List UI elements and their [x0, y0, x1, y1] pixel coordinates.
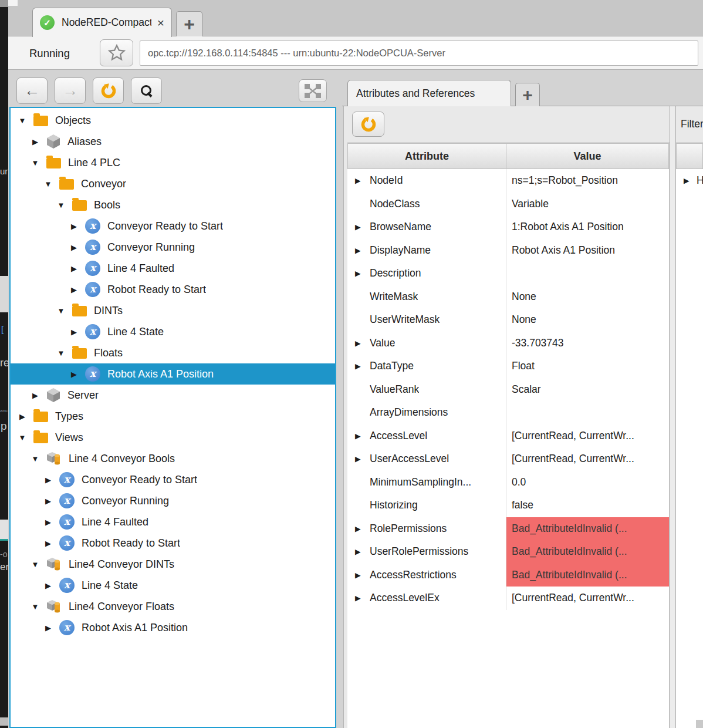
tree-item-robot-ready-to-start-view[interactable]: Robot Ready to Start [11, 532, 335, 554]
triangle-right-icon[interactable] [69, 285, 79, 294]
attribute-row-accesslevel[interactable]: AccessLevel [CurrentRead, CurrentWr... [347, 424, 669, 448]
tree-item-robot-axis-a1-position-selected[interactable]: Robot Axis A1 Position [11, 363, 335, 385]
tree-item-line-4-conveyor-bools[interactable]: Line 4 Conveyor Bools [11, 448, 335, 469]
tree-item-line-4-state[interactable]: Line 4 State [11, 321, 335, 342]
triangle-right-icon[interactable] [355, 432, 370, 440]
attribute-value[interactable]: [CurrentRead, CurrentWr... [506, 424, 669, 448]
triangle-down-icon[interactable] [43, 180, 53, 188]
column-header-value[interactable]: Value [506, 143, 669, 169]
panel-splitter[interactable] [670, 106, 676, 728]
tree-item-floats[interactable]: Floats [11, 342, 335, 363]
attribute-row-displayname[interactable]: DisplayName Robot Axis A1 Position [347, 239, 669, 262]
triangle-right-icon[interactable] [355, 362, 370, 370]
triangle-right-icon[interactable] [355, 223, 370, 231]
attribute-row-userwritemask[interactable]: UserWriteMask None [347, 308, 669, 332]
triangle-right-icon[interactable] [43, 497, 53, 505]
tree-item-bools[interactable]: Bools [11, 194, 335, 215]
attribute-row-browsename[interactable]: BrowseName 1:Robot Axis A1 Position [347, 215, 669, 239]
tree-item-robot-axis-a1-position-view[interactable]: Robot Axis A1 Position [11, 617, 335, 638]
triangle-right-icon[interactable] [355, 571, 370, 579]
refresh-attributes-button[interactable] [352, 112, 384, 137]
attribute-row-valuerank[interactable]: ValueRank Scalar [347, 378, 669, 402]
attribute-row-arraydimensions[interactable]: ArrayDimensions [347, 401, 669, 424]
tree-item-conveyor-running-view[interactable]: Conveyor Running [11, 490, 335, 511]
triangle-down-icon[interactable] [31, 454, 40, 463]
tree-item-types[interactable]: Types [11, 406, 335, 427]
triangle-right-icon[interactable] [684, 176, 697, 185]
attribute-row-accesslevelex[interactable]: AccessLevelEx [CurrentRead, CurrentWr... [347, 587, 669, 610]
triangle-right-icon[interactable] [69, 328, 79, 336]
attribute-value[interactable]: [CurrentRead, CurrentWr... [506, 447, 669, 471]
triangle-right-icon[interactable] [355, 176, 370, 185]
tree-item-aliases[interactable]: Aliases [11, 131, 335, 152]
triangle-down-icon[interactable] [18, 116, 27, 125]
triangle-right-icon[interactable] [355, 269, 370, 278]
tree-item-dints[interactable]: DINTs [11, 300, 335, 321]
tree-item-line4-conveyor-floats[interactable]: Line4 Conveyor Floats [11, 596, 335, 617]
attribute-value[interactable] [506, 401, 669, 424]
tree-item-conveyor[interactable]: Conveyor [11, 173, 335, 194]
attribute-value[interactable]: -33.703743 [506, 332, 669, 355]
tab-nodered-compact[interactable]: ✓ NodeRED-Compact × [32, 8, 172, 37]
tree-item-conveyor-running[interactable]: Conveyor Running [11, 237, 335, 258]
attribute-row-description[interactable]: Description [347, 262, 669, 285]
attribute-value[interactable]: 1:Robot Axis A1 Position [506, 215, 669, 239]
attribute-value[interactable]: [CurrentRead, CurrentWr... [506, 587, 669, 610]
triangle-right-icon[interactable] [355, 594, 370, 602]
attribute-value[interactable]: Scalar [506, 378, 669, 402]
triangle-right-icon[interactable] [31, 137, 40, 146]
attribute-value[interactable]: None [506, 308, 669, 332]
attribute-row-writemask[interactable]: WriteMask None [347, 285, 669, 309]
back-button[interactable]: ← [16, 77, 48, 104]
attribute-row-nodeid[interactable]: NodeId ns=1;s=Robot_Position [347, 169, 669, 193]
attribute-row-historizing[interactable]: Historizing false [347, 494, 669, 517]
triangle-right-icon[interactable] [43, 623, 53, 632]
attribute-value[interactable]: Float [506, 355, 669, 378]
tree-item-line4-conveyor-dints[interactable]: Line4 Conveyor DINTs [11, 554, 335, 575]
tree-item-conveyor-ready-to-start-view[interactable]: Conveyor Ready to Start [11, 469, 335, 490]
triangle-right-icon[interactable] [31, 391, 40, 400]
triangle-right-icon[interactable] [355, 547, 370, 556]
tab-attributes-and-references[interactable]: Attributes and References [347, 80, 511, 106]
search-button[interactable] [131, 77, 162, 104]
attribute-value[interactable]: None [506, 285, 669, 309]
triangle-down-icon[interactable] [31, 159, 40, 167]
endpoint-url-field[interactable]: opc.tcp://192.168.0.114:54845 --- urn:ub… [140, 41, 698, 66]
triangle-down-icon[interactable] [31, 602, 40, 611]
attribute-row-minimumsamplinginterval[interactable]: MinimumSamplingIn... 0.0 [347, 471, 669, 494]
attribute-value[interactable]: 0.0 [506, 471, 669, 494]
forward-button[interactable]: → [55, 77, 86, 104]
column-header-attribute[interactable]: Attribute [347, 143, 506, 169]
attribute-value[interactable]: ns=1;s=Robot_Position [506, 169, 669, 193]
new-connection-tab-button[interactable]: + [176, 11, 202, 37]
reference-row[interactable]: H [676, 169, 703, 193]
tree-item-conveyor-ready-to-start[interactable]: Conveyor Ready to Start [11, 215, 335, 237]
attribute-row-nodeclass[interactable]: NodeClass Variable [347, 193, 669, 216]
new-panel-tab-button[interactable]: + [515, 83, 540, 106]
attribute-value[interactable]: false [506, 494, 669, 517]
triangle-right-icon[interactable] [69, 370, 79, 379]
attribute-row-rolepermissions[interactable]: RolePermissions Bad_AttributeIdInvalid (… [347, 517, 669, 541]
triangle-right-icon[interactable] [69, 243, 79, 252]
attribute-row-value[interactable]: Value -33.703743 [347, 332, 669, 355]
attribute-row-userrolepermissions[interactable]: UserRolePermissions Bad_AttributeIdInval… [347, 540, 669, 564]
tree-item-views[interactable]: Views [11, 427, 335, 448]
tree-item-robot-ready-to-start[interactable]: Robot Ready to Start [11, 279, 335, 300]
triangle-right-icon[interactable] [355, 524, 370, 533]
triangle-down-icon[interactable] [56, 306, 66, 315]
tree-item-line-4-state-view[interactable]: Line 4 State [11, 575, 335, 596]
attribute-value-error[interactable]: Bad_AttributeIdInvalid (... [506, 564, 669, 587]
triangle-right-icon[interactable] [69, 264, 79, 273]
triangle-right-icon[interactable] [43, 476, 53, 484]
triangle-down-icon[interactable] [31, 560, 40, 569]
highlight-node-button[interactable] [299, 79, 327, 102]
triangle-down-icon[interactable] [56, 201, 66, 210]
attribute-row-datatype[interactable]: DataType Float [347, 355, 669, 378]
triangle-right-icon[interactable] [355, 454, 370, 463]
attribute-value-error[interactable]: Bad_AttributeIdInvalid (... [506, 517, 669, 541]
triangle-right-icon[interactable] [69, 222, 79, 231]
attribute-row-useraccesslevel[interactable]: UserAccessLevel [CurrentRead, CurrentWr.… [347, 447, 669, 471]
tree-item-line-4-plc[interactable]: Line 4 PLC [11, 152, 335, 173]
refresh-button[interactable] [93, 77, 124, 104]
attribute-row-accessrestrictions[interactable]: AccessRestrictions Bad_AttributeIdInvali… [347, 564, 669, 587]
